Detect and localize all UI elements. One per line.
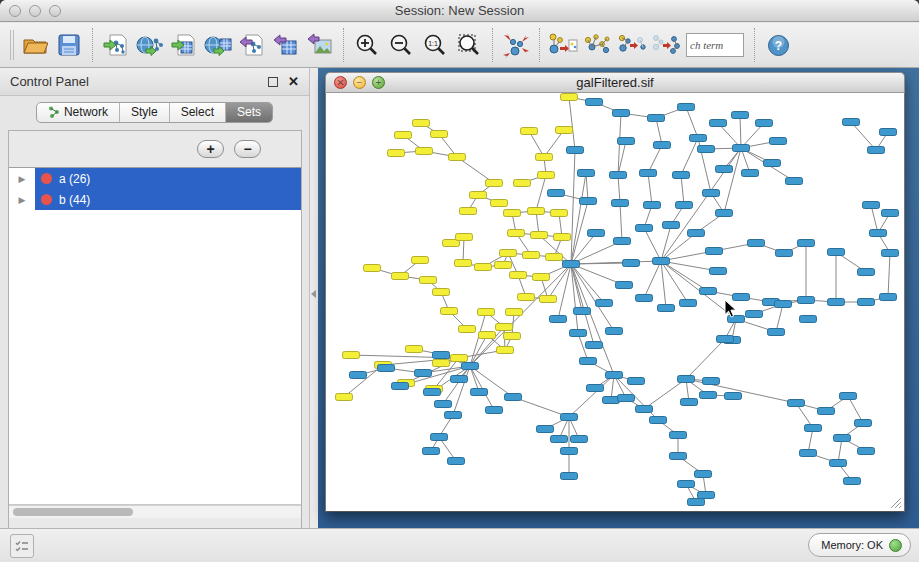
graph-node	[742, 170, 759, 177]
set-label: b (44)	[59, 193, 90, 207]
tab-sets[interactable]: Sets	[226, 103, 272, 122]
scrollbar-thumb[interactable]	[13, 508, 133, 516]
graph-node	[441, 308, 458, 315]
zoom-in-button[interactable]	[350, 28, 384, 62]
graph-node	[343, 352, 360, 359]
expander-triangle-icon[interactable]: ▶	[9, 195, 35, 205]
zoom-one-to-one-icon: 1:1	[423, 33, 447, 57]
graph-node	[435, 401, 452, 408]
panel-splitter[interactable]	[310, 68, 318, 528]
new-network-from-selection-button[interactable]	[546, 28, 580, 62]
app-titlebar[interactable]: Session: New Session	[0, 0, 919, 22]
tab-select[interactable]: Select	[170, 103, 226, 122]
horizontal-scrollbar[interactable]	[9, 505, 301, 518]
graph-node	[880, 294, 897, 301]
graph-node	[786, 178, 803, 185]
graph-node	[537, 426, 554, 433]
import-table-file-button[interactable]	[167, 28, 201, 62]
graph-node	[536, 154, 553, 161]
graph-node	[676, 202, 693, 209]
graph-node	[703, 190, 720, 197]
graph-node	[844, 478, 861, 485]
import-table-url-button[interactable]	[201, 28, 235, 62]
save-session-button[interactable]	[52, 28, 86, 62]
import-network-url-button[interactable]	[133, 28, 167, 62]
tab-network[interactable]: Network	[37, 103, 120, 122]
collapse-panel-arrow-icon[interactable]	[311, 290, 316, 298]
graph-node	[586, 99, 603, 106]
graph-node	[392, 383, 409, 390]
toolbar-separator	[539, 28, 540, 62]
graph-node	[614, 238, 631, 245]
export-table-icon	[273, 33, 299, 57]
sets-panel: + − ▶ a (26) ▶ b (	[8, 130, 302, 562]
zoom-selected-region-button[interactable]	[452, 28, 486, 62]
graph-node	[433, 289, 450, 296]
tab-label: Sets	[237, 105, 261, 119]
set-label: a (26)	[59, 172, 90, 186]
tab-label: Style	[131, 105, 158, 119]
float-panel-icon[interactable]	[268, 77, 278, 87]
add-set-button[interactable]: +	[197, 140, 224, 158]
set-row[interactable]: ▶ a (26)	[9, 168, 301, 189]
graph-node	[616, 282, 633, 289]
graph-node	[462, 363, 479, 370]
minimize-network-button[interactable]	[353, 76, 366, 89]
graph-node	[798, 297, 815, 304]
graph-node	[776, 250, 793, 257]
zoom-out-button[interactable]	[384, 28, 418, 62]
expander-triangle-icon[interactable]: ▶	[9, 174, 35, 184]
memory-status-badge[interactable]: Memory: OK	[808, 533, 911, 557]
sets-list[interactable]: ▶ a (26) ▶ b (44)	[9, 167, 301, 505]
graph-node	[533, 274, 550, 281]
graph-node	[870, 230, 887, 237]
graph-node	[504, 333, 521, 340]
graph-node	[678, 481, 695, 488]
apply-preferred-layout-button[interactable]	[499, 28, 533, 62]
graph-node	[415, 370, 432, 377]
svg-text:1:1: 1:1	[428, 40, 438, 47]
graph-node	[858, 269, 875, 276]
select-first-neighbors-button[interactable]	[580, 28, 614, 62]
graph-node	[636, 225, 653, 232]
zoom-actual-size-button[interactable]: 1:1	[418, 28, 452, 62]
tab-label: Select	[181, 105, 214, 119]
import-network-url-icon	[136, 33, 164, 57]
set-row[interactable]: ▶ b (44)	[9, 189, 301, 210]
open-file-button[interactable]	[18, 28, 52, 62]
help-button[interactable]: ?	[761, 28, 795, 62]
graph-node	[510, 272, 527, 279]
close-panel-icon[interactable]: ✕	[288, 77, 299, 87]
network-window-titlebar[interactable]: galFiltered.sif	[325, 72, 905, 93]
graph-node	[840, 393, 857, 400]
export-table-button[interactable]	[269, 28, 303, 62]
graph-node	[451, 355, 468, 362]
task-history-button[interactable]	[10, 534, 34, 558]
tab-style[interactable]: Style	[120, 103, 170, 122]
graph-node	[650, 417, 667, 424]
control-panel-title: Control Panel	[10, 74, 89, 89]
export-network-button[interactable]	[235, 28, 269, 62]
graph-node	[798, 240, 815, 247]
graph-node	[523, 252, 540, 259]
network-canvas[interactable]	[325, 93, 905, 512]
graph-node	[768, 329, 785, 336]
graph-node	[505, 394, 522, 401]
close-network-button[interactable]	[334, 76, 347, 89]
hide-selected-icon	[616, 32, 646, 58]
mouse-cursor	[724, 299, 737, 318]
graph-node	[703, 378, 720, 385]
graph-node	[868, 147, 885, 154]
graph-node	[678, 104, 695, 111]
search-input[interactable]	[686, 33, 744, 57]
import-network-file-button[interactable]	[99, 28, 133, 62]
maximize-network-button[interactable]	[372, 76, 385, 89]
show-all-button[interactable]	[648, 28, 682, 62]
network-window[interactable]: galFiltered.sif	[325, 72, 905, 512]
remove-set-button[interactable]: −	[234, 140, 261, 158]
export-image-button[interactable]	[303, 28, 337, 62]
resize-grip-icon[interactable]	[889, 496, 902, 509]
import-table-url-icon	[204, 33, 232, 57]
hide-selected-button[interactable]	[614, 28, 648, 62]
graph-node	[716, 210, 733, 217]
